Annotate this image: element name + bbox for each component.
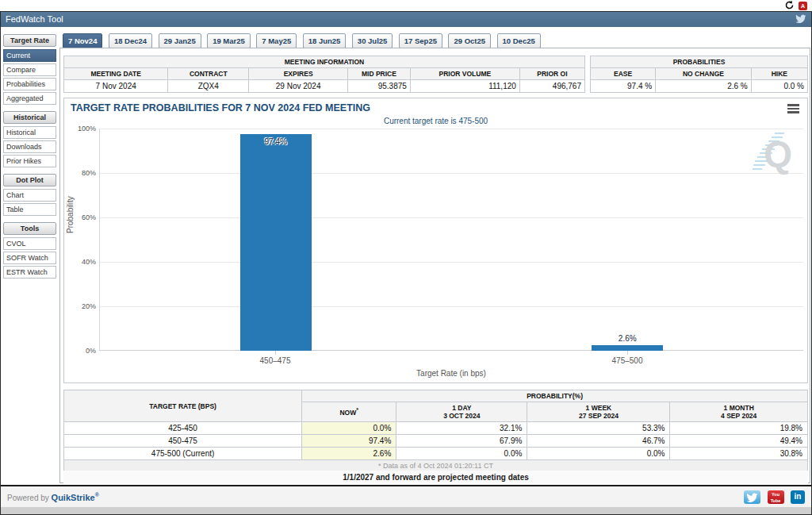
bar-450-475: 97.4% bbox=[240, 129, 312, 351]
bar-value-475-500: 2.6% bbox=[592, 334, 663, 343]
pdf-export-icon[interactable]: A bbox=[799, 2, 807, 10]
workspace: Target Rate Current Compare Probabilitie… bbox=[1, 27, 811, 485]
sidebar-item-current[interactable]: Current bbox=[3, 49, 56, 62]
col-no-change: NO CHANGE bbox=[656, 68, 752, 80]
table-row-450-475: 450-475 97.4% 67.9% 46.7% 49.4% bbox=[64, 435, 808, 448]
quikstrike-watermark: Q bbox=[751, 130, 795, 179]
sidebar-item-historical[interactable]: Historical bbox=[3, 126, 56, 139]
now-asterisk: * bbox=[356, 407, 358, 413]
col-expires: EXPIRES bbox=[249, 68, 348, 80]
col-prior-oi: PRIOR OI bbox=[519, 68, 584, 80]
chart-context-menu-icon[interactable] bbox=[787, 104, 799, 115]
powered-by: Powered by QuikStrike® bbox=[7, 492, 99, 502]
table-row-475-500: 475-500 (Current) 2.6% 0.0% 0.0% 30.8% bbox=[64, 448, 808, 460]
meeting-information-table: MEETING INFORMATION MEETING DATE CONTRAC… bbox=[63, 56, 585, 93]
app-frame: FedWatch Tool Target Rate Current Compar… bbox=[0, 11, 812, 515]
twitter-icon[interactable] bbox=[744, 490, 760, 504]
xlabel-450-475: 450–475 bbox=[260, 356, 291, 365]
social-icons: YouTube in bbox=[741, 490, 805, 505]
col-1-month: 1 MONTH4 SEP 2024 bbox=[670, 402, 808, 422]
tab-30-jul25[interactable]: 30 Jul25 bbox=[352, 33, 393, 48]
linkedin-icon[interactable]: in bbox=[791, 490, 805, 504]
col-target-rate-bps: TARGET RATE (BPS) bbox=[64, 390, 302, 422]
xtick-450-475 bbox=[275, 351, 276, 355]
sidebar-item-chart[interactable]: Chart bbox=[3, 189, 56, 202]
tab-29-jan25[interactable]: 29 Jan25 bbox=[159, 33, 201, 48]
sidebar-header-target-rate[interactable]: Target Rate bbox=[3, 34, 56, 47]
sidebar-item-table[interactable]: Table bbox=[3, 203, 56, 216]
contract-value: ZQX4 bbox=[168, 80, 249, 93]
app-title: FedWatch Tool bbox=[6, 14, 63, 24]
target-rate-chart: TARGET RATE PROBABILITIES FOR 7 NOV 2024… bbox=[63, 98, 808, 383]
col-1-day: 1 DAY3 OCT 2024 bbox=[396, 402, 527, 422]
col-1-week: 1 WEEK27 SEP 2024 bbox=[527, 402, 670, 422]
ytick-40: 40% bbox=[66, 258, 96, 266]
browser-top-strip: A bbox=[0, 0, 812, 11]
gridline bbox=[100, 262, 803, 263]
gridline bbox=[100, 306, 803, 307]
xtick-475-500 bbox=[627, 351, 628, 355]
col-meeting-date: MEETING DATE bbox=[64, 68, 168, 80]
bottom-strip bbox=[1, 507, 811, 514]
sidebar-item-downloads[interactable]: Downloads bbox=[3, 140, 56, 153]
tab-18-dec24[interactable]: 18 Dec24 bbox=[109, 33, 152, 48]
bar-rect-450-475[interactable] bbox=[240, 134, 312, 351]
col-now: NOW* bbox=[302, 402, 396, 422]
prior-oi-value: 496,767 bbox=[519, 80, 584, 93]
y-axis-title: Probability bbox=[66, 196, 75, 233]
sidebar-item-sofr-watch[interactable]: SOFR Watch bbox=[3, 252, 56, 264]
projection-note: 1/1/2027 and forward are projected meeti… bbox=[63, 471, 808, 484]
sidebar-header-historical[interactable]: Historical bbox=[3, 111, 56, 124]
tab-19-mar25[interactable]: 19 Mar25 bbox=[207, 33, 251, 48]
col-hike: HIKE bbox=[751, 68, 807, 80]
fedwatch-screen: A FedWatch Tool Target Rate Current Comp… bbox=[0, 0, 812, 515]
footer: Powered by QuikStrike® YouTube in bbox=[1, 485, 811, 507]
expires-value: 29 Nov 2024 bbox=[249, 80, 348, 93]
col-prior-volume: PRIOR VOLUME bbox=[410, 68, 519, 80]
sidebar-item-probabilities[interactable]: Probabilities bbox=[3, 78, 56, 90]
meeting-info-title: MEETING INFORMATION bbox=[64, 56, 585, 68]
chart-title: TARGET RATE PROBABILITIES FOR 7 NOV 2024… bbox=[71, 102, 370, 113]
tab-17-sep25[interactable]: 17 Sep25 bbox=[399, 33, 442, 48]
title-bar: FedWatch Tool bbox=[1, 12, 811, 27]
gridline bbox=[100, 173, 803, 174]
sidebar-item-estr-watch[interactable]: ESTR Watch bbox=[3, 266, 56, 279]
plot-area: Q 97.4% 2.6% bbox=[99, 129, 803, 351]
ytick-80: 80% bbox=[66, 169, 96, 177]
sidebar-header-dot-plot[interactable]: Dot Plot bbox=[3, 174, 56, 186]
hike-value: 0.0 % bbox=[751, 80, 807, 93]
bar-rect-475-500[interactable] bbox=[592, 345, 663, 351]
ytick-20: 20% bbox=[66, 302, 96, 310]
col-group-probability: PROBABILITY(%) bbox=[302, 390, 808, 402]
chart-subtitle: Current target rate is 475-500 bbox=[64, 117, 807, 125]
col-mid-price: MID PRICE bbox=[348, 68, 411, 80]
sidebar-item-aggregated[interactable]: Aggregated bbox=[3, 92, 56, 105]
probabilities-summary-table: PROBABILITIES EASE NO CHANGE HIKE 97.4 %… bbox=[590, 56, 808, 93]
sidebar-item-cvol[interactable]: CVOL bbox=[3, 237, 56, 250]
quikstrike-link[interactable]: QuikStrike® bbox=[52, 493, 99, 502]
sidebar-header-tools[interactable]: Tools bbox=[3, 222, 56, 235]
tab-10-dec25[interactable]: 10 Dec25 bbox=[497, 33, 541, 48]
table-row-425-450: 425-450 0.0% 32.1% 53.3% 19.8% bbox=[64, 422, 808, 435]
mid-price-value: 95.3875 bbox=[348, 80, 411, 93]
sidebar-item-prior-hikes[interactable]: Prior Hikes bbox=[3, 155, 56, 167]
bar-475-500: 2.6% bbox=[592, 129, 663, 351]
tab-7-nov24[interactable]: 7 Nov24 bbox=[63, 33, 102, 48]
youtube-icon[interactable]: YouTube bbox=[768, 490, 784, 504]
twitter-share-icon[interactable] bbox=[795, 14, 806, 24]
col-ease: EASE bbox=[591, 68, 656, 80]
probabilities-title: PROBABILITIES bbox=[591, 56, 808, 68]
tab-content-panel: MEETING INFORMATION MEETING DATE CONTRAC… bbox=[59, 48, 810, 483]
tab-29-oct25[interactable]: 29 Oct25 bbox=[448, 33, 491, 48]
bar-value-450-475: 97.4% bbox=[240, 137, 312, 146]
no-change-value: 2.6 % bbox=[656, 80, 752, 93]
x-axis-title: Target Rate (in bps) bbox=[99, 369, 803, 378]
gridline bbox=[100, 217, 803, 218]
tab-18-jun25[interactable]: 18 Jun25 bbox=[303, 33, 347, 48]
prior-volume-value: 111,120 bbox=[410, 80, 519, 93]
ease-value: 97.4 % bbox=[591, 80, 656, 93]
sidebar: Target Rate Current Compare Probabilitie… bbox=[3, 34, 56, 280]
tab-7-may25[interactable]: 7 May25 bbox=[256, 33, 297, 48]
sidebar-item-compare[interactable]: Compare bbox=[3, 63, 56, 76]
refresh-icon[interactable] bbox=[784, 0, 795, 10]
